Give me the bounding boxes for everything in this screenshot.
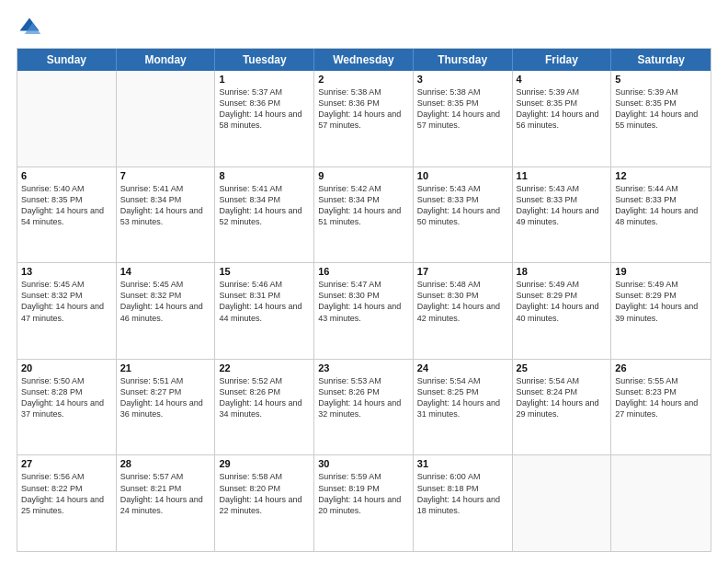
day-header-monday: Monday bbox=[117, 49, 216, 71]
page: SundayMondayTuesdayWednesdayThursdayFrid… bbox=[0, 0, 728, 563]
sunrise-text: Sunrise: 5:56 AM bbox=[21, 471, 112, 482]
sunrise-text: Sunrise: 5:38 AM bbox=[417, 86, 508, 98]
sunrise-text: Sunrise: 5:44 AM bbox=[615, 183, 707, 194]
day-number: 29 bbox=[219, 458, 310, 469]
day-number: 27 bbox=[21, 458, 112, 469]
sunrise-text: Sunrise: 5:45 AM bbox=[120, 279, 211, 290]
sunrise-text: Sunrise: 5:37 AM bbox=[219, 86, 310, 98]
daylight-text: Daylight: 14 hours and 31 minutes. bbox=[417, 397, 508, 419]
header bbox=[17, 15, 711, 40]
day-cell-11: 11Sunrise: 5:43 AMSunset: 8:33 PMDayligh… bbox=[513, 167, 612, 263]
sunset-text: Sunset: 8:26 PM bbox=[318, 386, 409, 397]
day-number: 18 bbox=[517, 266, 608, 277]
sunrise-text: Sunrise: 5:59 AM bbox=[318, 471, 409, 482]
daylight-text: Daylight: 14 hours and 25 minutes. bbox=[21, 494, 112, 516]
day-number: 28 bbox=[120, 458, 211, 469]
logo bbox=[17, 15, 46, 40]
daylight-text: Daylight: 14 hours and 27 minutes. bbox=[615, 397, 707, 419]
day-header-thursday: Thursday bbox=[414, 49, 513, 71]
day-number: 14 bbox=[120, 266, 211, 277]
sunset-text: Sunset: 8:30 PM bbox=[318, 290, 409, 301]
sunrise-text: Sunrise: 6:00 AM bbox=[417, 471, 508, 482]
daylight-text: Daylight: 14 hours and 48 minutes. bbox=[615, 205, 707, 227]
sunrise-text: Sunrise: 5:40 AM bbox=[21, 183, 112, 194]
sunrise-text: Sunrise: 5:54 AM bbox=[417, 375, 508, 386]
daylight-text: Daylight: 14 hours and 24 minutes. bbox=[120, 494, 211, 516]
sunset-text: Sunset: 8:35 PM bbox=[615, 98, 707, 109]
daylight-text: Daylight: 14 hours and 42 minutes. bbox=[417, 301, 508, 323]
logo-icon bbox=[17, 15, 42, 40]
day-cell-4: 4Sunrise: 5:39 AMSunset: 8:35 PMDaylight… bbox=[513, 71, 612, 167]
sunrise-text: Sunrise: 5:39 AM bbox=[517, 86, 608, 98]
day-cell-21: 21Sunrise: 5:51 AMSunset: 8:27 PMDayligh… bbox=[117, 360, 216, 455]
day-number: 9 bbox=[318, 170, 409, 181]
calendar-week-2: 6Sunrise: 5:40 AMSunset: 8:35 PMDaylight… bbox=[17, 167, 711, 264]
day-header-friday: Friday bbox=[513, 49, 612, 71]
day-number: 24 bbox=[417, 362, 508, 373]
daylight-text: Daylight: 14 hours and 56 minutes. bbox=[517, 109, 608, 131]
daylight-text: Daylight: 14 hours and 51 minutes. bbox=[318, 205, 409, 227]
day-cell-19: 19Sunrise: 5:49 AMSunset: 8:29 PMDayligh… bbox=[611, 263, 711, 359]
sunset-text: Sunset: 8:36 PM bbox=[318, 98, 409, 109]
calendar-body: 1Sunrise: 5:37 AMSunset: 8:36 PMDaylight… bbox=[17, 71, 711, 551]
day-cell-20: 20Sunrise: 5:50 AMSunset: 8:28 PMDayligh… bbox=[17, 360, 117, 455]
sunset-text: Sunset: 8:33 PM bbox=[517, 194, 608, 205]
sunrise-text: Sunrise: 5:58 AM bbox=[219, 471, 310, 482]
sunset-text: Sunset: 8:34 PM bbox=[318, 194, 409, 205]
sunrise-text: Sunrise: 5:43 AM bbox=[417, 183, 508, 194]
day-cell-22: 22Sunrise: 5:52 AMSunset: 8:26 PMDayligh… bbox=[215, 360, 314, 455]
daylight-text: Daylight: 14 hours and 49 minutes. bbox=[517, 205, 608, 227]
daylight-text: Daylight: 14 hours and 18 minutes. bbox=[417, 494, 508, 516]
sunrise-text: Sunrise: 5:47 AM bbox=[318, 279, 409, 290]
sunset-text: Sunset: 8:25 PM bbox=[417, 386, 508, 397]
day-cell-29: 29Sunrise: 5:58 AMSunset: 8:20 PMDayligh… bbox=[215, 455, 314, 551]
daylight-text: Daylight: 14 hours and 54 minutes. bbox=[21, 205, 112, 227]
day-cell-2: 2Sunrise: 5:38 AMSunset: 8:36 PMDaylight… bbox=[314, 71, 414, 167]
sunset-text: Sunset: 8:26 PM bbox=[219, 386, 310, 397]
day-number: 3 bbox=[417, 74, 508, 85]
calendar-header: SundayMondayTuesdayWednesdayThursdayFrid… bbox=[17, 49, 711, 71]
daylight-text: Daylight: 14 hours and 32 minutes. bbox=[318, 397, 409, 419]
day-number: 13 bbox=[21, 266, 112, 277]
day-number: 21 bbox=[120, 362, 211, 373]
sunrise-text: Sunrise: 5:48 AM bbox=[417, 279, 508, 290]
day-number: 15 bbox=[219, 266, 310, 277]
daylight-text: Daylight: 14 hours and 22 minutes. bbox=[219, 494, 310, 516]
sunset-text: Sunset: 8:27 PM bbox=[120, 386, 211, 397]
day-cell-24: 24Sunrise: 5:54 AMSunset: 8:25 PMDayligh… bbox=[414, 360, 513, 455]
sunset-text: Sunset: 8:32 PM bbox=[21, 290, 112, 301]
day-number: 25 bbox=[517, 362, 608, 373]
sunset-text: Sunset: 8:36 PM bbox=[219, 98, 310, 109]
day-cell-1: 1Sunrise: 5:37 AMSunset: 8:36 PMDaylight… bbox=[215, 71, 314, 167]
sunrise-text: Sunrise: 5:46 AM bbox=[219, 279, 310, 290]
daylight-text: Daylight: 14 hours and 57 minutes. bbox=[318, 109, 409, 131]
sunset-text: Sunset: 8:34 PM bbox=[219, 194, 310, 205]
day-header-saturday: Saturday bbox=[611, 49, 711, 71]
day-number: 17 bbox=[417, 266, 508, 277]
calendar: SundayMondayTuesdayWednesdayThursdayFrid… bbox=[17, 48, 711, 552]
day-number: 2 bbox=[318, 74, 409, 85]
calendar-week-1: 1Sunrise: 5:37 AMSunset: 8:36 PMDaylight… bbox=[17, 71, 711, 167]
day-number: 31 bbox=[417, 458, 508, 469]
sunrise-text: Sunrise: 5:41 AM bbox=[219, 183, 310, 194]
day-number: 19 bbox=[615, 266, 707, 277]
day-cell-empty bbox=[117, 71, 216, 167]
daylight-text: Daylight: 14 hours and 36 minutes. bbox=[120, 397, 211, 419]
sunrise-text: Sunrise: 5:51 AM bbox=[120, 375, 211, 386]
sunset-text: Sunset: 8:20 PM bbox=[219, 483, 310, 494]
day-number: 5 bbox=[615, 74, 707, 85]
sunset-text: Sunset: 8:31 PM bbox=[219, 290, 310, 301]
day-number: 6 bbox=[21, 170, 112, 181]
daylight-text: Daylight: 14 hours and 47 minutes. bbox=[21, 301, 112, 323]
day-cell-27: 27Sunrise: 5:56 AMSunset: 8:22 PMDayligh… bbox=[17, 455, 117, 551]
day-number: 8 bbox=[219, 170, 310, 181]
sunset-text: Sunset: 8:32 PM bbox=[120, 290, 211, 301]
sunrise-text: Sunrise: 5:38 AM bbox=[318, 86, 409, 98]
day-number: 30 bbox=[318, 458, 409, 469]
day-cell-13: 13Sunrise: 5:45 AMSunset: 8:32 PMDayligh… bbox=[17, 263, 117, 359]
daylight-text: Daylight: 14 hours and 37 minutes. bbox=[21, 397, 112, 419]
sunrise-text: Sunrise: 5:55 AM bbox=[615, 375, 707, 386]
daylight-text: Daylight: 14 hours and 50 minutes. bbox=[417, 205, 508, 227]
day-number: 23 bbox=[318, 362, 409, 373]
day-cell-23: 23Sunrise: 5:53 AMSunset: 8:26 PMDayligh… bbox=[314, 360, 414, 455]
